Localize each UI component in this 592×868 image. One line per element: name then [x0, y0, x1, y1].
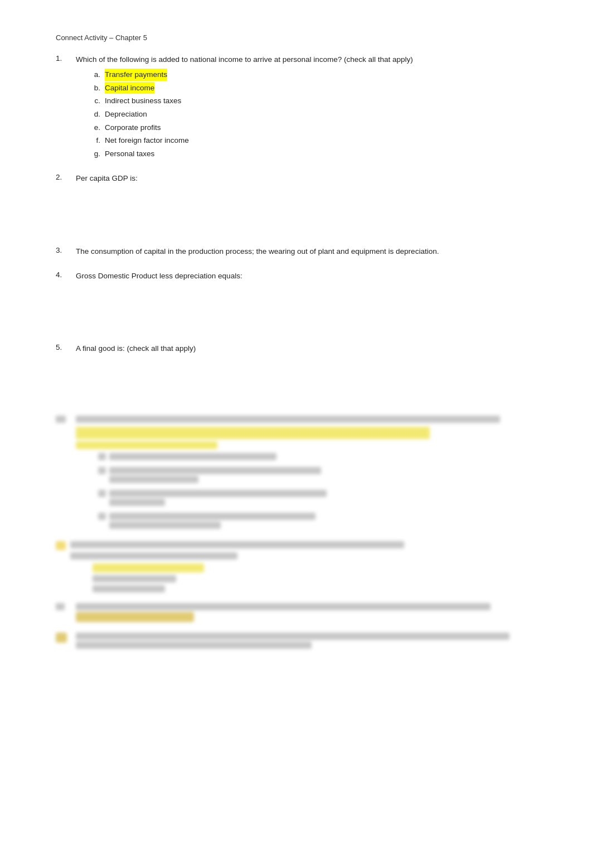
q1-c-letter: c.	[89, 95, 100, 107]
q1-number: 1.	[56, 54, 71, 65]
q1-text: Which of the following is added to natio…	[76, 54, 413, 65]
q1-answer-b: b. Capital income	[89, 82, 547, 94]
q1-a-text: Transfer payments	[105, 69, 167, 81]
q1-e-letter: e.	[89, 122, 100, 134]
q5-spacer	[56, 358, 547, 402]
q1-answer-c: c. Indirect business taxes	[89, 95, 547, 107]
question-2: 2. Per capita GDP is:	[56, 173, 547, 232]
page-header: Connect Activity – Chapter 5	[56, 33, 547, 42]
q5-text: A final good is: (check all that apply)	[76, 343, 196, 354]
q2-number: 2.	[56, 173, 71, 184]
blurred-content	[56, 416, 547, 653]
q1-answer-g: g. Personal taxes	[89, 148, 547, 160]
question-5: 5. A final good is: (check all that appl…	[56, 343, 547, 402]
q1-g-letter: g.	[89, 148, 100, 160]
q4-number: 4.	[56, 271, 71, 282]
q2-text: Per capita GDP is:	[76, 173, 138, 184]
q1-f-letter: f.	[89, 134, 100, 147]
q3-text: The consumption of capital in the produc…	[76, 246, 439, 257]
q1-d-text: Depreciation	[105, 108, 147, 120]
q1-c-text: Indirect business taxes	[105, 95, 181, 107]
q3-number: 3.	[56, 246, 71, 257]
q1-e-text: Corporate profits	[105, 122, 161, 134]
question-1: 1. Which of the following is added to na…	[56, 54, 547, 160]
q1-d-letter: d.	[89, 108, 100, 120]
q1-b-letter: b.	[89, 82, 100, 94]
q1-answer-f: f. Net foreign factor income	[89, 134, 547, 147]
q1-b-text: Capital income	[105, 82, 154, 94]
q5-number: 5.	[56, 343, 71, 354]
question-4: 4. Gross Domestic Product less depreciat…	[56, 271, 547, 330]
q4-spacer	[56, 285, 547, 330]
question-3: 3. The consumption of capital in the pro…	[56, 246, 547, 257]
q1-answer-list: a. Transfer payments b. Capital income c…	[89, 69, 547, 160]
q1-a-letter: a.	[89, 69, 100, 81]
q4-text: Gross Domestic Product less depreciation…	[76, 271, 242, 282]
q1-answer-d: d. Depreciation	[89, 108, 547, 120]
q1-answer-e: e. Corporate profits	[89, 122, 547, 134]
q1-f-text: Net foreign factor income	[105, 134, 189, 147]
q2-spacer	[56, 188, 547, 233]
q1-answer-a: a. Transfer payments	[89, 69, 547, 81]
q1-g-text: Personal taxes	[105, 148, 154, 160]
